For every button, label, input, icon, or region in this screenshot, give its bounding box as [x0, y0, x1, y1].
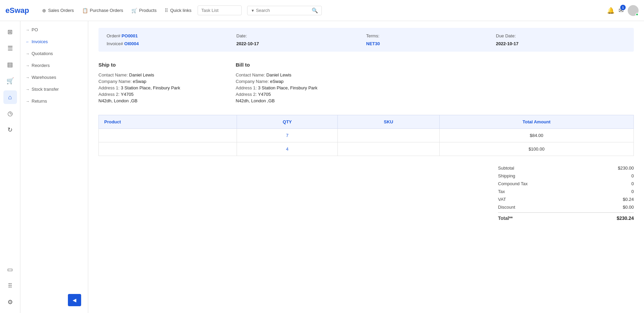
bill-contact-label: Contact Name:	[236, 72, 265, 77]
invoice-value: OI0004	[124, 41, 139, 46]
mail-badge: 1	[620, 5, 626, 10]
ship-company-value: eSwap	[133, 79, 146, 84]
bill-address2-label: Address 2:	[236, 92, 257, 97]
sidebar-item-quotations[interactable]: → Quotations	[20, 48, 88, 59]
avatar[interactable]	[628, 5, 639, 16]
search-input[interactable]	[256, 8, 312, 13]
totals-section: Subtotal $230.00 Shipping 0 Compound Tax…	[98, 164, 634, 222]
order-info-col-2: Date: 2022-10-17	[236, 33, 366, 46]
order-info-col-3: Terms: NET30	[366, 33, 496, 46]
sidebar-collapse-button[interactable]: ◀	[68, 294, 81, 306]
shipping-row: Shipping 0	[498, 172, 634, 180]
quotations-arrow-icon: →	[26, 52, 30, 56]
sidebar-item-invoices[interactable]: ← Invoices	[20, 36, 88, 48]
sidebar-item-warehouses[interactable]: → Warehouses	[20, 71, 88, 83]
terms-row: Terms:	[366, 33, 496, 38]
nav-quick-links-label: Quick links	[170, 8, 191, 13]
address-section: Ship to Contact Name: Daniel Lewis Compa…	[98, 62, 634, 105]
bill-address2: Address 2: Y4705	[236, 92, 359, 97]
row-0-qty: 7	[237, 129, 337, 142]
subtotal-value: $230.00	[607, 166, 634, 171]
main-layout: ⊞ ☰ ▤ 🛒 ⌂ ◷ ↻ ▭ ⠿ ⚙ → PO ← Invoices → Qu…	[0, 21, 644, 313]
ship-to-block: Ship to Contact Name: Daniel Lewis Compa…	[98, 62, 222, 105]
sidebar-icon-tablet[interactable]: ▭	[3, 263, 17, 276]
order-number-row: Order# PO0001	[107, 33, 236, 38]
sidebar-icon-dashboard[interactable]: ⊞	[3, 25, 17, 39]
stock-transfer-arrow-icon: →	[26, 87, 30, 91]
total-value: $230.24	[607, 215, 634, 221]
sidebar-icon-layers[interactable]: ☰	[3, 41, 17, 55]
sidebar-icon-clock[interactable]: ◷	[3, 107, 17, 120]
notifications-bell-icon[interactable]: 🔔	[607, 7, 614, 14]
nav-purchase-orders[interactable]: 📋 Purchase Orders	[79, 6, 127, 15]
mail-icon-wrap[interactable]: ✉ 1	[619, 7, 624, 14]
sidebar-icon-apps[interactable]: ⠿	[3, 279, 17, 293]
nav-right: 🔔 ✉ 1	[607, 5, 639, 16]
nav-quick-links[interactable]: ⠿ Quick links	[161, 6, 195, 15]
ship-address2-value: Y4705	[121, 92, 134, 97]
compound-tax-label: Compound Tax	[498, 181, 528, 186]
order-label: Order#	[107, 33, 120, 38]
bill-address1: Address 1: 3 Station Place, Finsbury Par…	[236, 85, 359, 90]
bill-company-label: Company Name:	[236, 79, 269, 84]
search-button[interactable]: 🔍	[312, 7, 318, 14]
sidebar-icon-settings[interactable]: ⚙	[3, 295, 17, 309]
order-info-bar: Order# PO0001 Invoice# OI0004 Date: 2022…	[98, 28, 634, 52]
total-row: Total** $230.24	[498, 212, 634, 222]
nav-items: ⊕ Sales Orders 📋 Purchase Orders 🛒 Produ…	[39, 6, 195, 15]
sidebar-icon-refresh[interactable]: ↻	[3, 123, 17, 137]
due-date-row: Due Date:	[496, 33, 626, 38]
sidebar-item-returns[interactable]: → Returns	[20, 95, 88, 107]
bill-contact-value: Daniel Lewis	[266, 72, 292, 77]
terms-label: Terms:	[366, 33, 380, 38]
returns-arrow-icon: →	[26, 99, 30, 103]
nav-products[interactable]: 🛒 Products	[128, 6, 160, 15]
ship-contact-label: Contact Name:	[98, 72, 128, 77]
bill-address2-value: Y4705	[258, 92, 271, 97]
search-dropdown-arrow[interactable]: ▼	[251, 8, 255, 13]
table-col-total: Total Amount	[439, 115, 633, 129]
task-list-input[interactable]	[198, 5, 242, 15]
ship-city: N42dh, London ,GB	[98, 98, 222, 103]
table-row: 4 $100.00	[99, 142, 634, 156]
bill-address1-value: 3 Station Place, Finsbury Park	[258, 85, 317, 90]
due-date-value-row: 2022-10-17	[496, 41, 626, 46]
bill-to-title: Bill to	[236, 62, 359, 68]
terms-value-row: NET30	[366, 41, 496, 46]
subtotal-label: Subtotal	[498, 166, 514, 171]
bill-city: N42dh, London ,GB	[236, 98, 359, 103]
discount-value: $0.00	[607, 205, 634, 210]
top-navigation: eSwap ⊕ Sales Orders 📋 Purchase Orders 🛒…	[0, 0, 644, 21]
products-icon: 🛒	[131, 8, 137, 13]
ship-company: Company Name: eSwap	[98, 79, 222, 84]
purchase-orders-icon: 📋	[82, 8, 88, 13]
terms-value: NET30	[366, 41, 380, 46]
sidebar-item-reorders-label: Reorders	[32, 63, 50, 68]
sidebar-item-invoices-label: Invoices	[32, 39, 48, 44]
bill-contact-name: Contact Name: Daniel Lewis	[236, 72, 359, 77]
sidebar-item-reorders[interactable]: → Reorders	[20, 59, 88, 71]
sidebar-item-po[interactable]: → PO	[20, 24, 88, 36]
vat-value: $0.24	[607, 197, 634, 202]
compound-tax-value: 0	[607, 181, 634, 186]
bill-address1-label: Address 1:	[236, 85, 257, 90]
invoice-number-row: Invoice# OI0004	[107, 41, 236, 46]
sidebar-icon-warehouse[interactable]: ⌂	[3, 90, 17, 104]
nav-sales-orders[interactable]: ⊕ Sales Orders	[39, 6, 77, 15]
ship-address1-value: 3 Station Place, Finsbury Park	[121, 85, 180, 90]
tax-label: Tax	[498, 189, 505, 194]
table-col-product: Product	[99, 115, 237, 129]
shipping-label: Shipping	[498, 173, 515, 178]
sidebar-icon-cart[interactable]: 🛒	[3, 74, 17, 88]
table-row: 7 $84.00	[99, 129, 634, 142]
ship-address1-label: Address 1:	[98, 85, 119, 90]
reorders-arrow-icon: →	[26, 64, 30, 68]
sidebar-item-quotations-label: Quotations	[32, 51, 53, 56]
sidebar-icon-orders[interactable]: ▤	[3, 58, 17, 71]
sidebar-item-stock-transfer[interactable]: → Stock transfer	[20, 83, 88, 95]
quick-links-icon: ⠿	[165, 8, 168, 13]
discount-row: Discount $0.00	[498, 203, 634, 211]
order-info-col-1: Order# PO0001 Invoice# OI0004	[107, 33, 236, 46]
vat-row: VAT $0.24	[498, 195, 634, 203]
table-col-qty: QTY	[237, 115, 337, 129]
